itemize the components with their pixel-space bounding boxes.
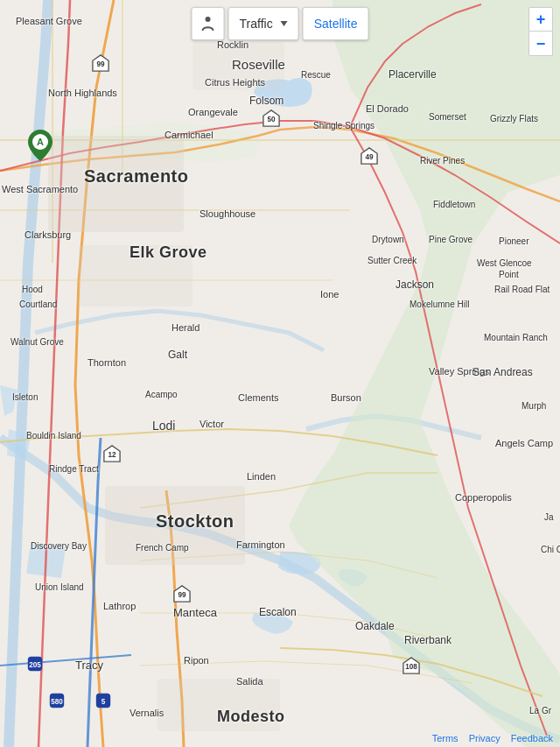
traffic-chevron-icon xyxy=(281,21,288,26)
svg-text:A: A xyxy=(37,137,44,147)
traffic-label: Traffic xyxy=(240,17,273,31)
map-container: Pleasant GroveNewcastleRocklinRosevilleC… xyxy=(0,0,560,747)
zoom-controls: + − xyxy=(528,7,553,56)
terms-link[interactable]: Terms xyxy=(432,733,458,743)
map-toolbar: Traffic Satellite xyxy=(192,7,369,40)
svg-rect-5 xyxy=(192,42,284,90)
svg-rect-4 xyxy=(158,679,280,731)
map-footer: Terms Privacy Feedback xyxy=(432,733,553,743)
zoom-out-button[interactable]: − xyxy=(528,32,553,56)
street-view-button[interactable] xyxy=(192,7,225,40)
svg-rect-2 xyxy=(79,245,192,307)
satellite-button[interactable]: Satellite xyxy=(303,7,369,40)
svg-rect-3 xyxy=(105,486,245,565)
traffic-button[interactable]: Traffic xyxy=(228,7,299,40)
map-svg xyxy=(0,0,560,747)
svg-rect-1 xyxy=(48,136,184,232)
satellite-label: Satellite xyxy=(314,17,358,31)
zoom-in-button[interactable]: + xyxy=(528,7,553,32)
svg-point-17 xyxy=(206,17,211,22)
privacy-link[interactable]: Privacy xyxy=(469,733,500,743)
map-marker-a: A xyxy=(28,130,52,161)
feedback-link[interactable]: Feedback xyxy=(511,733,553,743)
